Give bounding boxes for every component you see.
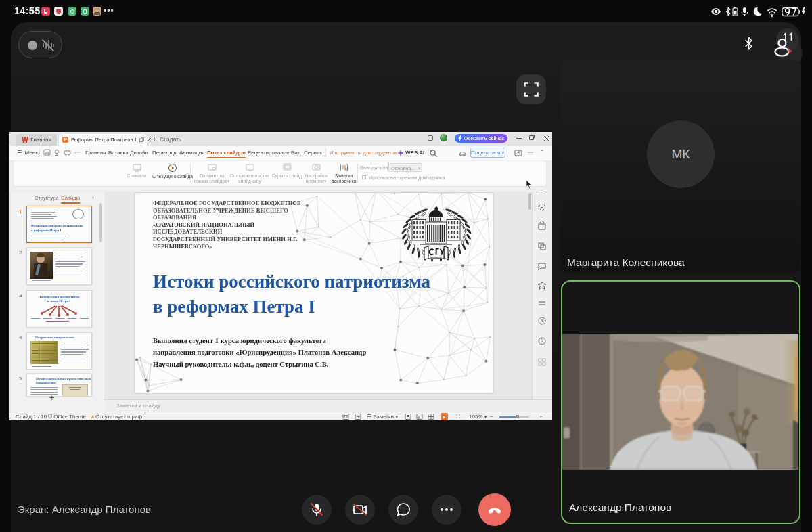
svg-text:···: ··· — [74, 150, 80, 156]
